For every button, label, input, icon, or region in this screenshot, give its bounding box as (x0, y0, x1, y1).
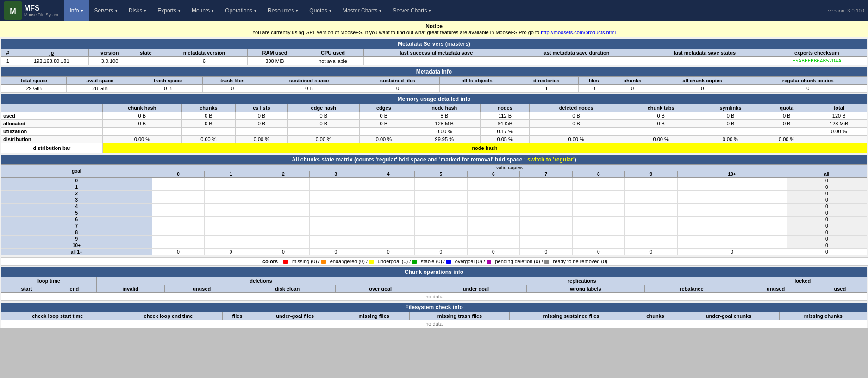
matrix-cell (467, 184, 519, 191)
matrix-cell (362, 210, 414, 217)
col-files: files (579, 77, 609, 85)
matrix-cell (520, 236, 572, 242)
matrix-cell (415, 223, 467, 229)
cell-node-hash: 99.95 % (408, 136, 481, 143)
nav-info-arrow: ▾ (81, 8, 83, 13)
nav-item-disks[interactable]: Disks ▾ (123, 0, 152, 21)
matrix-goal-cell: 4 (1, 204, 152, 210)
logo-area: M MFS Moose File System (4, 1, 60, 20)
cell-chunks: 0 B (181, 112, 235, 120)
col-missing-files: missing files (338, 312, 410, 320)
col-nodes: nodes (481, 104, 530, 112)
nav-item-info[interactable]: Info ▾ (64, 0, 89, 21)
cell-cs-lists: - (235, 128, 287, 136)
cell-nodes: 0.17 % (481, 128, 530, 136)
logo-icon: M (4, 1, 22, 20)
col-sustained-files: sustained files (356, 77, 440, 85)
nav-item-mounts[interactable]: Mounts ▾ (186, 0, 219, 21)
nav-item-master-charts[interactable]: Master Charts ▾ (337, 0, 387, 21)
matrix-col-header: all (787, 171, 867, 178)
matrix-cell: 0 (787, 178, 867, 184)
nav-item-servers[interactable]: Servers ▾ (89, 0, 123, 21)
cell-save-status: - (643, 57, 767, 65)
color-dot-overgoal (446, 260, 451, 264)
nav-operations-label: Operations (225, 7, 252, 14)
matrix-cell (625, 223, 677, 229)
matrix-cell (310, 184, 362, 191)
matrix-cell (415, 197, 467, 204)
ops-no-data-row: no data (1, 293, 867, 301)
matrix-all-cell: 0 (152, 249, 204, 255)
matrix-row: 50 (1, 210, 867, 217)
fs-no-data-row: no data (1, 320, 867, 328)
matrix-goal-cell: 10+ (1, 242, 152, 249)
chunks-matrix-header: All chunks state matrix (counts 'regular… (1, 155, 867, 164)
cell-node-hash: 0.00 % (408, 128, 481, 136)
table-row: 1 192.168.80.181 3.0.100 - 6 308 MiB not… (1, 57, 867, 65)
cell-node-hash: 8 B (408, 112, 481, 120)
nav-item-quotas[interactable]: Quotas ▾ (304, 0, 337, 21)
cell-sustained-files: 0 (356, 85, 440, 93)
matrix-cell (572, 229, 624, 236)
matrix-cell (257, 223, 309, 229)
notice-link[interactable]: http://moosefs.com/products.html (541, 30, 616, 35)
logo-text-area: MFS Moose File System (24, 4, 60, 17)
cell-quota: - (762, 128, 811, 136)
nav-item-exports[interactable]: Exports ▾ (152, 0, 186, 21)
matrix-row: 10 (1, 184, 867, 191)
nav-item-server-charts[interactable]: Server Charts ▾ (387, 0, 437, 21)
color-dot-undergoal (369, 260, 374, 264)
nav-disks-label: Disks (129, 7, 142, 14)
color-dot-ready to be removed (544, 260, 549, 264)
matrix-all-cell: 0 (677, 249, 787, 255)
nav-item-operations[interactable]: Operations ▾ (219, 0, 262, 21)
matrix-cell (677, 223, 787, 229)
color-label-missing: - missing (0) (289, 259, 317, 264)
cell-quota: 0 B (762, 120, 811, 128)
matrix-cell (415, 229, 467, 236)
matrix-cell: 0 (787, 210, 867, 217)
color-dot-stable (412, 260, 417, 264)
matrix-cell (625, 236, 677, 242)
matrix-cell (677, 229, 787, 236)
matrix-cell: 0 (787, 223, 867, 229)
cell-edge-hash: - (287, 128, 359, 136)
cell-ip: 192.168.80.181 (14, 57, 89, 65)
matrix-cell (467, 191, 519, 197)
matrix-all-cell: 0 (362, 249, 414, 255)
color-label-undergoal: - undergoal (0) (375, 259, 408, 264)
matrix-cell (362, 204, 414, 210)
switch-link[interactable]: switch to 'regular' (527, 156, 575, 163)
nav-quotas-arrow: ▾ (329, 8, 331, 13)
col-ip[interactable]: ip (14, 49, 89, 57)
cell-trash-files: 0 (202, 85, 262, 93)
nav-item-resources[interactable]: Resources ▾ (262, 0, 304, 21)
matrix-cell: 0 (787, 217, 867, 223)
matrix-cell (520, 223, 572, 229)
col-trash-space: trash space (133, 77, 202, 85)
nav-resources-label: Resources (268, 7, 294, 14)
col-goal-label: goal (1, 165, 152, 178)
matrix-cell (467, 210, 519, 217)
col-fs-files: files (223, 312, 252, 320)
matrix-cell (572, 210, 624, 217)
matrix-cell (572, 197, 624, 204)
col-disk-clean: disk clean (239, 285, 335, 293)
cell-nodes: 64 KiB (481, 120, 530, 128)
ops-no-data: no data (1, 293, 867, 301)
matrix-cell (625, 217, 677, 223)
cell-nodes: 0.05 % (481, 136, 530, 143)
matrix-cell (152, 191, 204, 197)
cell-regular-chunk-copies: 0 (749, 85, 867, 93)
cell-total: 128 MiB (811, 120, 867, 128)
nav-server-charts-arrow: ▾ (429, 8, 431, 13)
col-end: end (52, 285, 97, 293)
matrix-cell (362, 236, 414, 242)
table-row: utilization - - - - - 0.00 % 0.17 % - - … (1, 128, 867, 136)
col-symlinks: symlinks (699, 104, 762, 112)
col-state: state (131, 49, 161, 57)
cell-cs-lists: 0.00 % (235, 136, 287, 143)
col-last-save: last successful metadata save (364, 49, 509, 57)
colors-legend-row: colors - missing (0) / - endangered (0) … (1, 258, 868, 266)
matrix-col-header: 10+ (677, 171, 787, 178)
